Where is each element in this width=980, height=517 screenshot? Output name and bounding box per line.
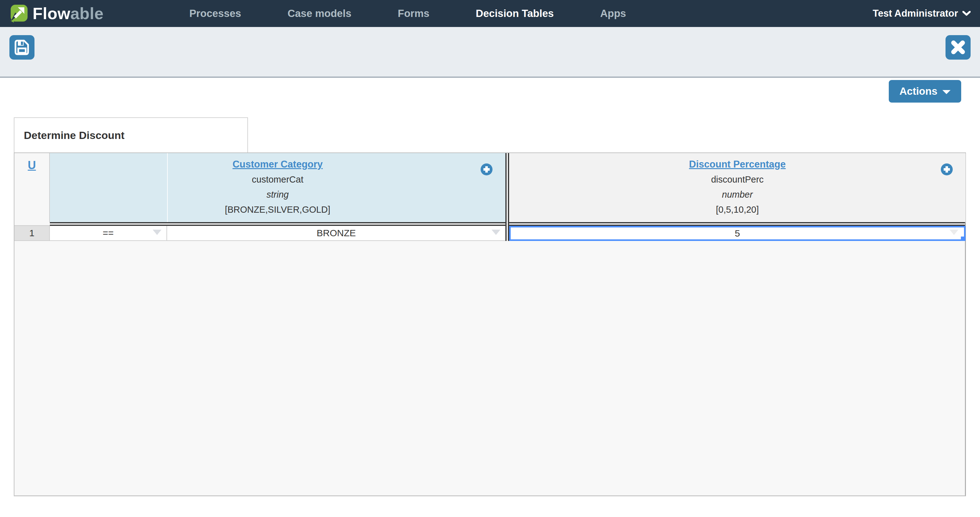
nav-item-case-models[interactable]: Case models (264, 8, 375, 19)
decision-table-name-tab[interactable]: Determine Discount (14, 117, 248, 152)
actions-dropdown-button[interactable]: Actions (889, 80, 961, 102)
main-navigation: Processes Case models Forms Decision Tab… (166, 0, 649, 27)
output-column-type: number (509, 187, 966, 202)
flowable-logo-icon (10, 4, 29, 24)
caret-down-icon (942, 90, 951, 94)
close-x-icon (950, 40, 966, 55)
output-column-header: Discount Percentage discountPerc number … (509, 153, 966, 222)
input-column-allowed-values: [BRONZE,SILVER,GOLD] (50, 202, 505, 217)
add-input-column-button[interactable] (480, 163, 493, 176)
input-subcolumn-divider (167, 153, 168, 222)
input-column-header: Customer Category customerCat string [BR… (50, 153, 505, 222)
save-button[interactable] (10, 35, 35, 60)
hit-policy-link[interactable]: U (28, 159, 36, 172)
nav-item-forms[interactable]: Forms (375, 8, 453, 19)
nav-item-decision-tables[interactable]: Decision Tables (453, 8, 577, 19)
user-name: Test Administrator (873, 8, 958, 19)
input-column-title-link[interactable]: Customer Category (50, 157, 505, 172)
operator-dropdown-arrow-icon[interactable] (153, 230, 161, 235)
decision-table-grid: U Customer Category customerCat string [… (14, 152, 966, 496)
output-column-title-link[interactable]: Discount Percentage (509, 157, 966, 172)
rule-operator-cell[interactable]: == (50, 226, 167, 241)
chevron-down-icon (963, 11, 970, 16)
nav-item-processes[interactable]: Processes (166, 8, 264, 19)
rule-input-value: BRONZE (167, 226, 505, 240)
input-column-variable: customerCat (50, 172, 505, 187)
rule-operator-value: == (50, 226, 167, 240)
rule-row-number-cell: 1 (14, 226, 50, 241)
editor-toolbar (0, 27, 980, 78)
output-value-dropdown-arrow-icon[interactable] (950, 230, 958, 235)
output-column-allowed-values: [0,5,10,20] (509, 202, 966, 217)
decision-table-name: Determine Discount (24, 129, 124, 142)
rule-output-value: 5 (511, 227, 964, 239)
input-output-separator (505, 153, 509, 241)
nav-item-apps[interactable]: Apps (577, 8, 649, 19)
flowable-logo[interactable]: Flowable (10, 0, 103, 27)
selection-fill-handle[interactable] (961, 236, 965, 241)
add-output-column-button[interactable] (940, 163, 953, 176)
brand-name: Flowable (33, 4, 103, 23)
rule-output-value-cell-selected[interactable]: 5 (509, 226, 966, 241)
close-button[interactable] (945, 35, 970, 60)
input-column-type: string (50, 187, 505, 202)
hit-policy-cell: U (14, 153, 50, 222)
user-menu[interactable]: Test Administrator (873, 0, 970, 27)
input-value-dropdown-arrow-icon[interactable] (492, 230, 500, 235)
output-column-variable: discountPerc (509, 172, 966, 187)
rule-row-number: 1 (14, 226, 49, 240)
top-navbar: Flowable Processes Case models Forms Dec… (0, 0, 980, 27)
hit-policy-cell-border (14, 222, 50, 226)
rule-input-value-cell[interactable]: BRONZE (167, 226, 505, 241)
save-icon (14, 39, 30, 56)
